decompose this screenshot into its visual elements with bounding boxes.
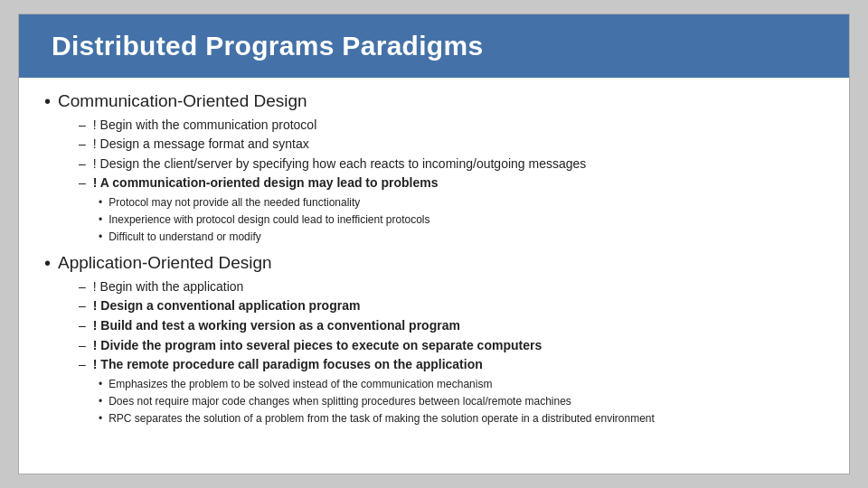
comm-mini-3: • Difficult to understand or modify — [99, 229, 824, 245]
dash-icon: – — [79, 297, 86, 315]
app-mini-text-3: RPC separates the solution of a problem … — [108, 410, 655, 427]
comm-mini-items: • Protocol may not provide all the neede… — [99, 194, 824, 245]
section-communication: • Communication-Oriented Design – ! Begi… — [44, 90, 824, 245]
app-sub-items: – ! Begin with the application – ! Desig… — [79, 278, 824, 374]
mini-dot-icon: • — [99, 410, 102, 427]
comm-sub-4: – ! A communication-oriented design may … — [79, 174, 824, 192]
bullet-comm-main: • Communication-Oriented Design — [44, 90, 824, 113]
comm-sub-text-2: ! Design a message format and syntax — [93, 136, 309, 154]
app-sub-2: – ! Design a conventional application pr… — [79, 297, 824, 315]
dash-icon: – — [79, 155, 86, 174]
app-sub-text-5: ! The remote procedure call paradigm foc… — [93, 356, 483, 374]
app-mini-3: • RPC separates the solution of a proble… — [99, 410, 824, 427]
comm-sub-1: – ! Begin with the communication protoco… — [79, 117, 824, 135]
dash-icon: – — [79, 136, 86, 154]
slide-header: Distributed Programs Paradigms — [19, 14, 849, 78]
app-mini-2: • Does not require major code changes wh… — [99, 393, 824, 409]
app-sub-1: – ! Begin with the application — [79, 278, 824, 296]
dash-icon: – — [79, 117, 86, 135]
comm-sub-items: – ! Begin with the communication protoco… — [79, 117, 824, 192]
bullet-app-main: • Application-Oriented Design — [44, 252, 824, 275]
dash-icon: – — [79, 356, 86, 374]
comm-mini-text-3: Difficult to understand or modify — [108, 229, 261, 245]
app-sub-5: – ! The remote procedure call paradigm f… — [79, 356, 824, 374]
comm-mini-1: • Protocol may not provide all the neede… — [99, 194, 824, 211]
app-sub-text-3: ! Build and test a working version as a … — [93, 317, 460, 335]
dash-icon: – — [79, 278, 86, 296]
section-application: • Application-Oriented Design – ! Begin … — [44, 252, 824, 427]
app-mini-text-2: Does not require major code changes when… — [108, 393, 571, 409]
mini-dot-icon: • — [99, 393, 102, 409]
comm-sub-3: – ! Design the client/server by specifyi… — [79, 155, 824, 174]
comm-sub-text-1: ! Begin with the communication protocol — [93, 117, 316, 135]
comm-sub-text-3: ! Design the client/server by specifying… — [93, 155, 587, 174]
app-sub-4: – ! Divide the program into several piec… — [79, 337, 824, 355]
slide-title: Distributed Programs Paradigms — [52, 31, 816, 61]
dash-icon: – — [79, 174, 86, 192]
app-heading: Application-Oriented Design — [58, 252, 272, 275]
app-sub-text-2: ! Design a conventional application prog… — [93, 297, 361, 315]
slide-body: • Communication-Oriented Design – ! Begi… — [19, 78, 849, 474]
comm-heading: Communication-Oriented Design — [58, 90, 307, 113]
comm-mini-text-2: Inexperience with protocol design could … — [108, 211, 429, 228]
comm-mini-2: • Inexperience with protocol design coul… — [99, 211, 824, 228]
bullet-dot-app: • — [44, 252, 51, 274]
dash-icon: – — [79, 317, 86, 335]
mini-dot-icon: • — [99, 194, 102, 211]
comm-sub-text-4: ! A communication-oriented design may le… — [93, 174, 439, 192]
bullet-dot-comm: • — [44, 90, 51, 112]
app-mini-items: • Emphasizes the problem to be solved in… — [99, 376, 824, 427]
app-mini-1: • Emphasizes the problem to be solved in… — [99, 376, 824, 392]
mini-dot-icon: • — [99, 376, 102, 392]
mini-dot-icon: • — [99, 229, 102, 245]
app-sub-text-1: ! Begin with the application — [93, 278, 244, 296]
dash-icon: – — [79, 337, 86, 355]
app-mini-text-1: Emphasizes the problem to be solved inst… — [108, 376, 492, 392]
app-sub-3: – ! Build and test a working version as … — [79, 317, 824, 335]
mini-dot-icon: • — [99, 211, 102, 228]
comm-sub-2: – ! Design a message format and syntax — [79, 136, 824, 154]
app-sub-text-4: ! Divide the program into several pieces… — [93, 337, 542, 355]
comm-mini-text-1: Protocol may not provide all the needed … — [108, 194, 360, 211]
